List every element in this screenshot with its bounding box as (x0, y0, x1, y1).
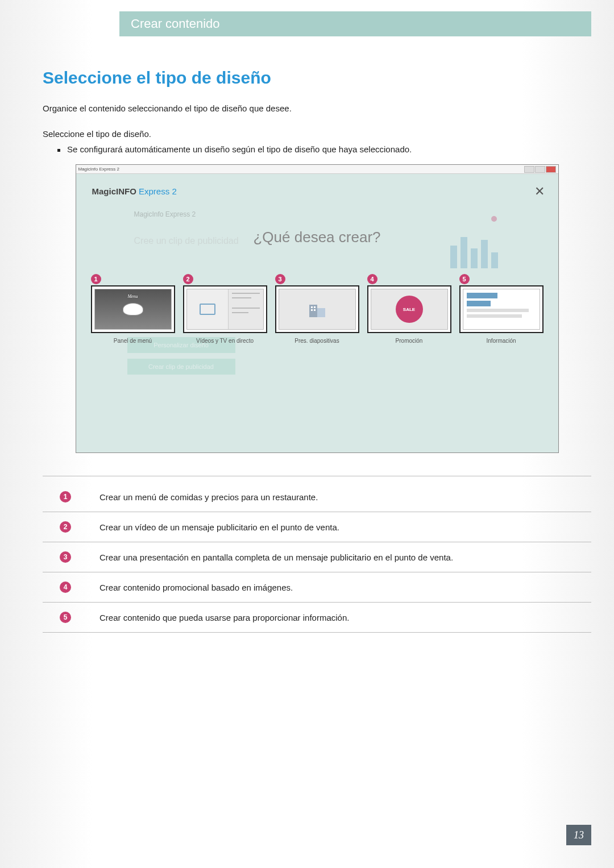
sale-text: SALE (403, 307, 415, 312)
design-type-row: 1 Menu Panel de menú 2 (91, 285, 544, 344)
building-icon (306, 298, 329, 321)
legend-badge: 2 (60, 521, 71, 533)
legend-text: Crear contenido promocional basado en im… (99, 583, 293, 592)
badge-4: 4 (367, 274, 377, 284)
legend-row-1: 1 Crear un menú de comidas y precios par… (43, 482, 591, 512)
tv-icon (200, 304, 215, 315)
badge-3: 3 (275, 274, 285, 284)
badge-5: 5 (459, 274, 470, 284)
legend-badge: 5 (60, 612, 71, 623)
bg-dot-icon (491, 216, 497, 222)
modal-close-icon[interactable]: ✕ (534, 184, 545, 199)
badge-2: 2 (183, 274, 193, 284)
page-number-text: 13 (574, 829, 584, 841)
card-frame (275, 285, 359, 333)
legend-text: Crear un menú de comidas y precios para … (99, 492, 318, 502)
minimize-button[interactable] (524, 166, 534, 173)
modal-question: ¿Qué desea crear? (76, 229, 558, 246)
legend-text: Crear contenido que pueda usarse para pr… (99, 613, 349, 622)
faded-title: MagicInfo Express 2 (127, 210, 275, 218)
window-titlebar: MagicInfo Express 2 (76, 165, 558, 174)
card-promotion[interactable]: 4 SALE Promoción (367, 285, 451, 344)
card-frame (459, 285, 544, 333)
svg-rect-4 (311, 309, 313, 311)
content-area: Seleccione el tipo de diseño Organice el… (43, 68, 591, 633)
card-label: Vídeos y TV en directo (183, 338, 267, 344)
legend-row-4: 4 Crear contenido promocional basado en … (43, 572, 591, 603)
step-text: Seleccione el tipo de diseño. (43, 129, 591, 139)
legend-badge: 1 (60, 491, 71, 502)
sale-starburst-icon: SALE (396, 296, 423, 323)
card-frame: SALE (367, 285, 451, 333)
card-thumbnail: SALE (371, 289, 448, 330)
maximize-button[interactable] (535, 166, 545, 173)
menu-script-icon: Menu (127, 294, 138, 299)
card-information[interactable]: 5 Información (459, 285, 544, 344)
legend-row-2: 2 Crear un vídeo de un mensaje publicita… (43, 512, 591, 542)
card-label: Información (459, 338, 544, 344)
faded-button-2: Crear clip de publicidad (127, 359, 235, 375)
divider (43, 476, 591, 476)
logo-mid: INFO (116, 186, 136, 196)
card-slideshow[interactable]: 3 Pres. diapositivas (275, 285, 359, 344)
app-screenshot: MagicInfo Express 2 MagicINFO Express 2 … (76, 164, 559, 453)
window-title: MagicInfo Express 2 (78, 167, 119, 172)
intro-text: Organice el contenido seleccionando el t… (43, 103, 591, 113)
svg-rect-5 (314, 309, 316, 311)
window-buttons (524, 166, 556, 173)
plate-icon (123, 303, 143, 315)
card-thumbnail (279, 289, 356, 330)
page-number: 13 (566, 825, 591, 845)
logo-suffix: Express 2 (136, 186, 177, 196)
card-video-tv[interactable]: 2 (183, 285, 267, 344)
page: Crear contenido Seleccione el tipo de di… (0, 0, 614, 868)
svg-rect-1 (317, 308, 325, 317)
svg-rect-0 (309, 305, 317, 317)
card-thumbnail: Menu (94, 289, 172, 330)
card-menu-panel[interactable]: 1 Menu Panel de menú (91, 285, 175, 344)
legend-text: Crear una presentación en pantalla compl… (99, 553, 453, 562)
card-thumbnail (463, 289, 540, 330)
header-bar: Crear contenido (119, 11, 591, 36)
logo-prefix: Magic (92, 186, 117, 196)
section-title: Seleccione el tipo de diseño (43, 68, 591, 88)
legend-badge: 3 (60, 551, 71, 563)
svg-rect-3 (314, 306, 316, 308)
card-label: Promoción (367, 338, 451, 344)
legend-badge: 4 (60, 582, 71, 593)
app-area: MagicINFO Express 2 ✕ MagicInfo Express … (76, 174, 558, 452)
legend-row-3: 3 Crear una presentación en pantalla com… (43, 542, 591, 572)
close-button[interactable] (546, 166, 556, 173)
bullet-item: Se configurará automáticamente un diseño… (57, 144, 591, 154)
card-label: Pres. diapositivas (275, 338, 359, 344)
card-label: Panel de menú (91, 338, 175, 344)
app-logo: MagicINFO Express 2 (92, 186, 177, 196)
card-frame: Menu (91, 285, 175, 333)
breadcrumb: Crear contenido (131, 16, 220, 31)
svg-rect-2 (311, 306, 313, 308)
bullet-dot-icon (57, 149, 60, 152)
bullet-text: Se configurará automáticamente un diseño… (67, 144, 412, 154)
legend-row-5: 5 Crear contenido que pueda usarse para … (43, 603, 591, 633)
card-frame (183, 285, 267, 333)
badge-1: 1 (91, 274, 101, 284)
legend-text: Crear un vídeo de un mensaje publicitari… (99, 522, 339, 532)
card-thumbnail (186, 289, 264, 330)
